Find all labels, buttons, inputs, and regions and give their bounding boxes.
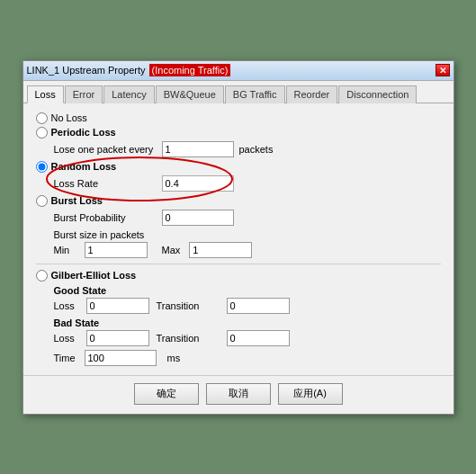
title-bar-text: LINK_1 Upstream Property (Incoming Traff…: [27, 64, 231, 76]
tab-reorder[interactable]: Reorder: [286, 85, 338, 103]
periodic-loss-label: Periodic Loss: [51, 127, 116, 138]
tab-loss[interactable]: Loss: [27, 85, 64, 103]
tab-bg-traffic[interactable]: BG Traffic: [225, 85, 285, 103]
good-transition-input[interactable]: [227, 298, 290, 314]
burst-loss-label: Burst Loss: [51, 195, 103, 206]
button-bar: 确定 取消 应用(A): [23, 375, 454, 414]
periodic-loss-radio[interactable]: [36, 127, 48, 139]
apply-button[interactable]: 应用(A): [278, 383, 343, 405]
lose-one-packet-label: Lose one packet every: [54, 144, 162, 155]
tab-bwqueue[interactable]: BW&Queue: [156, 85, 224, 103]
good-loss-input[interactable]: [86, 298, 149, 314]
no-loss-row: No Loss: [36, 112, 441, 124]
bad-loss-input[interactable]: [86, 330, 149, 346]
burst-prob-row: Burst Probability: [54, 210, 441, 226]
incoming-traffic-badge: (Incoming Traffic): [149, 64, 231, 76]
tab-bar: Loss Error Latency BW&Queue BG Traffic R…: [23, 81, 454, 103]
loss-rate-label: Loss Rate: [54, 178, 162, 189]
random-loss-row: Random Loss: [36, 161, 441, 173]
periodic-loss-row: Periodic Loss: [36, 127, 441, 139]
gilbert-section: Good State Loss Transition Bad State Los…: [36, 285, 441, 366]
burst-prob-input[interactable]: [162, 210, 234, 226]
no-loss-radio[interactable]: [36, 112, 48, 124]
no-loss-label: No Loss: [51, 112, 87, 123]
confirm-button[interactable]: 确定: [134, 383, 199, 405]
random-loss-radio[interactable]: [36, 161, 48, 173]
good-state-label: Good State: [54, 285, 441, 296]
lose-one-packet-input[interactable]: [162, 141, 234, 157]
tab-content-loss: No Loss Periodic Loss Lose one packet ev…: [23, 103, 454, 375]
tab-error[interactable]: Error: [65, 85, 103, 103]
loss-rate-row: Loss Rate: [54, 175, 441, 192]
burst-size-label: Burst size in packets: [54, 229, 441, 240]
lose-one-packet-suffix: packets: [239, 144, 274, 155]
time-row: Time ms: [54, 350, 441, 366]
bad-loss-label: Loss: [54, 333, 79, 344]
time-input[interactable]: [85, 350, 157, 366]
cancel-button[interactable]: 取消: [206, 383, 271, 405]
title-bar: LINK_1 Upstream Property (Incoming Traff…: [23, 61, 454, 81]
good-loss-row: Loss Transition: [54, 298, 441, 314]
tab-disconnection[interactable]: Disconnection: [338, 85, 417, 103]
gilbert-loss-radio[interactable]: [36, 270, 48, 282]
random-loss-label: Random Loss: [51, 161, 117, 172]
gilbert-loss-label: Gilbert-Elliot Loss: [51, 270, 137, 281]
loss-rate-input[interactable]: [162, 175, 234, 192]
time-label: Time: [54, 353, 79, 363]
min-input[interactable]: [85, 242, 148, 258]
good-transition-label: Transition: [157, 300, 220, 311]
burst-prob-label: Burst Probability: [54, 212, 162, 223]
gilbert-loss-row: Gilbert-Elliot Loss: [36, 270, 441, 282]
max-input[interactable]: [189, 242, 252, 258]
good-loss-label: Loss: [54, 300, 79, 311]
main-window: LINK_1 Upstream Property (Incoming Traff…: [22, 60, 454, 415]
tab-latency[interactable]: Latency: [103, 85, 155, 103]
bad-loss-row: Loss Transition: [54, 330, 441, 346]
min-label: Min: [54, 245, 79, 255]
lose-one-packet-row: Lose one packet every packets: [54, 141, 441, 157]
bad-transition-label: Transition: [157, 333, 220, 344]
max-label: Max: [162, 245, 181, 255]
time-suffix: ms: [167, 353, 181, 363]
burst-loss-radio[interactable]: [36, 195, 48, 207]
window-title: LINK_1 Upstream Property: [27, 65, 146, 76]
bad-state-label: Bad State: [54, 317, 441, 328]
burst-loss-row: Burst Loss: [36, 195, 441, 207]
bad-transition-input[interactable]: [227, 330, 290, 346]
min-max-row: Min Max: [54, 242, 441, 258]
close-button[interactable]: ✕: [436, 64, 450, 76]
